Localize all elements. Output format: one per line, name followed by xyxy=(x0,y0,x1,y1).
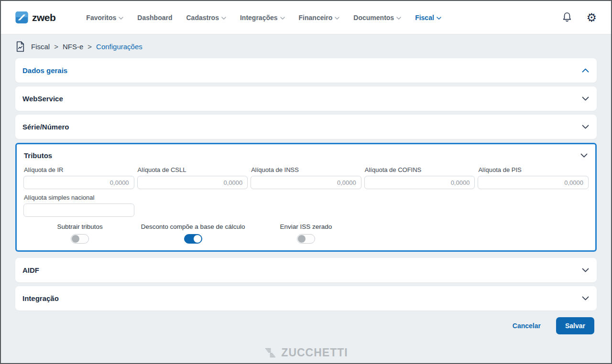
nav-item-favoritos[interactable]: Favoritos xyxy=(86,14,123,21)
chevron-down-icon xyxy=(221,17,226,20)
aliquota-pis-input[interactable] xyxy=(478,176,589,189)
logo-wordmark: zweb xyxy=(32,12,55,23)
field-aliquota-inss: Alíquota de INSS xyxy=(251,166,361,189)
section-title: Série/Número xyxy=(22,123,69,131)
enviar-iss-zerado-toggle[interactable] xyxy=(297,234,315,244)
nav-item-label: Dashboard xyxy=(137,14,172,21)
notifications-button[interactable] xyxy=(561,11,573,24)
nav-item-integracoes[interactable]: Integrações xyxy=(240,14,285,21)
chevron-down-icon xyxy=(437,17,441,20)
chevron-down-icon xyxy=(335,17,339,20)
section-integracao-header[interactable]: Integração xyxy=(15,286,597,310)
field-label: Alíquota simples nacional xyxy=(24,194,134,201)
section-webservice-header[interactable]: WebService xyxy=(15,86,597,111)
desconto-base-calculo-toggle[interactable] xyxy=(184,234,202,244)
chevron-down-icon xyxy=(580,153,588,158)
section-dados-gerais-header[interactable]: Dados gerais xyxy=(15,58,597,83)
subtrair-tributos-toggle[interactable] xyxy=(71,234,89,244)
section-aidf-header[interactable]: AIDF xyxy=(15,258,597,282)
nav-item-fiscal[interactable]: Fiscal xyxy=(415,14,441,21)
nfse-document-icon xyxy=(15,41,25,52)
settings-content: Dados gerais WebService Série/Número xyxy=(1,58,611,363)
chevron-down-icon xyxy=(396,17,401,20)
toggle-cell-desconto-base-calculo: Desconto compõe a base de cálculo xyxy=(136,223,249,244)
field-label: Alíquota de PIS xyxy=(478,166,589,173)
breadcrumb-separator: > xyxy=(54,43,58,51)
chevron-down-icon xyxy=(582,96,589,101)
field-label: Alíquota de CSLL xyxy=(138,166,248,173)
field-label: Alíquota de COFINS xyxy=(365,166,475,173)
breadcrumb-item-nfse[interactable]: NFS-e xyxy=(63,43,83,51)
breadcrumb: Fiscal > NFS-e > Configurações xyxy=(1,34,611,58)
chevron-down-icon xyxy=(582,296,589,300)
field-label: Alíquota de IR xyxy=(24,166,134,173)
navbar-actions: ⚙ xyxy=(561,11,597,24)
toggle-cell-enviar-iss-zerado: Enviar ISS zerado xyxy=(250,223,362,244)
form-actions: Cancelar Salvar xyxy=(15,317,594,334)
toggles-row: Subtrair tributos Desconto compõe a base… xyxy=(22,223,590,244)
aliquota-ir-input[interactable] xyxy=(23,176,134,189)
breadcrumb-item-configuracoes[interactable]: Configurações xyxy=(96,43,142,51)
nav-item-cadastros[interactable]: Cadastros xyxy=(186,14,226,21)
nav-item-label: Financeiro xyxy=(299,14,333,21)
tax-rate-fields-row: Alíquota de IR Alíquota de CSLL Alíquota… xyxy=(22,166,590,189)
nav-item-label: Cadastros xyxy=(186,14,219,21)
aliquota-csll-input[interactable] xyxy=(137,176,248,189)
zweb-logo[interactable]: zweb xyxy=(15,11,55,24)
nav-item-documentos[interactable]: Documentos xyxy=(353,14,401,21)
section-title: WebService xyxy=(22,95,63,103)
chevron-down-icon xyxy=(280,17,285,20)
section-dados-gerais: Dados gerais xyxy=(15,58,597,83)
aliquota-cofins-input[interactable] xyxy=(364,176,475,189)
aliquota-simples-nacional-input[interactable] xyxy=(23,203,134,217)
section-title: Tributos xyxy=(24,151,52,160)
field-label: Alíquota de INSS xyxy=(251,166,361,173)
save-button[interactable]: Salvar xyxy=(556,317,594,334)
settings-button[interactable]: ⚙ xyxy=(586,12,597,23)
section-title: AIDF xyxy=(22,266,39,274)
section-serie-numero-header[interactable]: Série/Número xyxy=(15,115,597,139)
section-aidf: AIDF xyxy=(15,258,597,282)
toggle-label: Enviar ISS zerado xyxy=(280,223,332,230)
chevron-down-icon xyxy=(582,125,589,129)
nav-item-label: Integrações xyxy=(240,14,278,21)
field-aliquota-cofins: Alíquota de COFINS xyxy=(364,166,475,189)
aliquota-inss-input[interactable] xyxy=(251,176,361,189)
app-window: zweb Favoritos Dashboard Cadastros Integ… xyxy=(0,0,612,364)
zweb-logo-icon xyxy=(15,11,28,24)
section-webservice: WebService xyxy=(15,86,597,111)
breadcrumb-item-fiscal[interactable]: Fiscal xyxy=(31,43,50,51)
simples-nacional-row: Alíquota simples nacional xyxy=(22,194,590,217)
cancel-button[interactable]: Cancelar xyxy=(513,322,541,330)
chevron-up-icon xyxy=(582,68,589,73)
nav-item-label: Fiscal xyxy=(415,14,434,21)
gear-icon: ⚙ xyxy=(586,12,597,23)
field-aliquota-pis: Alíquota de PIS xyxy=(478,166,589,189)
toggle-cell-subtrair-tributos: Subtrair tributos xyxy=(23,223,136,244)
section-tributos: Tributos Alíquota de IR Alíquota de CSLL… xyxy=(15,143,597,252)
top-navbar: zweb Favoritos Dashboard Cadastros Integ… xyxy=(1,1,611,34)
field-aliquota-simples-nacional: Alíquota simples nacional xyxy=(23,194,134,217)
bell-icon xyxy=(561,11,573,24)
chevron-down-icon xyxy=(119,17,123,20)
field-aliquota-csll: Alíquota de CSLL xyxy=(137,166,248,189)
nav-item-financeiro[interactable]: Financeiro xyxy=(299,14,340,21)
zucchetti-brand: ZUCCHETTI xyxy=(15,346,597,359)
nav-item-label: Favoritos xyxy=(86,14,116,21)
field-aliquota-ir: Alíquota de IR xyxy=(23,166,134,189)
section-integracao: Integração xyxy=(15,286,597,310)
brand-wordmark: ZUCCHETTI xyxy=(281,346,348,359)
nav-item-dashboard[interactable]: Dashboard xyxy=(137,14,172,21)
section-serie-numero: Série/Número xyxy=(15,115,597,139)
toggle-label: Subtrair tributos xyxy=(57,223,103,230)
main-nav: Favoritos Dashboard Cadastros Integraçõe… xyxy=(86,14,441,21)
section-title: Dados gerais xyxy=(22,66,67,75)
nav-item-label: Documentos xyxy=(353,14,394,21)
section-tributos-header[interactable]: Tributos xyxy=(22,144,590,166)
toggle-label: Desconto compõe a base de cálculo xyxy=(141,223,245,230)
section-title: Integração xyxy=(22,294,59,302)
zucchetti-star-icon xyxy=(264,346,277,359)
breadcrumb-separator: > xyxy=(87,43,92,51)
chevron-down-icon xyxy=(582,268,589,272)
